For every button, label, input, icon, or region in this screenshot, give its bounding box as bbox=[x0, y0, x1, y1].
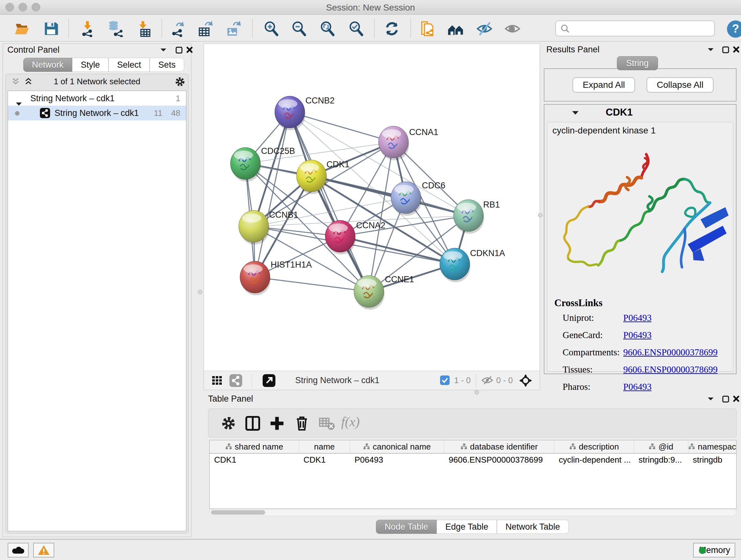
tab-sets[interactable]: Sets bbox=[150, 58, 184, 72]
delete-column-icon[interactable] bbox=[293, 415, 311, 432]
crosslink-label: Uniprot: bbox=[562, 313, 594, 323]
node-CDC6[interactable]: CDC6 bbox=[391, 181, 446, 216]
hide-unhide-button[interactable] bbox=[476, 20, 493, 37]
cloud-status-button[interactable] bbox=[8, 543, 29, 557]
table-options-gear-icon[interactable] bbox=[220, 415, 237, 432]
table-cell[interactable]: stringdb:9... bbox=[634, 454, 688, 467]
help-button[interactable]: ? bbox=[727, 20, 741, 38]
crosslink-label: GeneCard: bbox=[562, 330, 603, 340]
hidden-eye-icon[interactable] bbox=[482, 376, 493, 386]
network-share-badge-icon[interactable] bbox=[229, 374, 242, 388]
open-session-docs-button[interactable] bbox=[419, 20, 435, 37]
column-header-database-identifier[interactable]: database identifier bbox=[444, 440, 554, 453]
table-cell[interactable]: CDK1 bbox=[299, 454, 350, 467]
column-header-canonical-name[interactable]: canonical name bbox=[350, 440, 444, 453]
function-builder-button[interactable]: f(x) bbox=[341, 414, 360, 429]
close-panel-icon[interactable] bbox=[733, 395, 740, 403]
zoom-selected-button[interactable] bbox=[348, 20, 364, 37]
selected-checkbox-icon[interactable] bbox=[440, 375, 450, 386]
node-RB1[interactable]: RB1 bbox=[454, 199, 500, 234]
delete-table-icon[interactable] bbox=[318, 415, 335, 432]
export-network-button[interactable] bbox=[170, 20, 186, 37]
column-header-name[interactable]: name bbox=[299, 440, 350, 453]
tab-edge-table[interactable]: Edge Table bbox=[436, 520, 497, 534]
import-network-button[interactable] bbox=[79, 20, 96, 37]
bottom-splitter-handle[interactable] bbox=[475, 390, 479, 395]
network-row[interactable]: String Network – cdk1 11 48 bbox=[8, 106, 186, 120]
float-panel-icon[interactable] bbox=[722, 46, 730, 55]
home-button[interactable] bbox=[448, 20, 464, 37]
edge-CCNB2-HIST1H1A[interactable] bbox=[255, 112, 290, 277]
float-panel-icon[interactable] bbox=[722, 395, 730, 404]
table-panel-title: Table Panel bbox=[208, 394, 253, 404]
add-column-icon[interactable] bbox=[268, 415, 286, 432]
import-network-from-database-button[interactable] bbox=[107, 20, 123, 37]
table-cell[interactable]: cyclin-dependent ... bbox=[554, 454, 634, 467]
import-table-button[interactable] bbox=[135, 20, 152, 37]
expand-all-button[interactable]: Expand All bbox=[572, 77, 635, 92]
column-header-namespace[interactable]: namespace bbox=[688, 440, 737, 453]
toolbar-separator bbox=[68, 19, 69, 38]
protein-structure-image bbox=[550, 139, 729, 292]
table-cell[interactable]: P06493 bbox=[350, 454, 444, 467]
node-table[interactable]: shared namenamecanonical namedatabase id… bbox=[209, 440, 737, 509]
crosslink-link[interactable]: P06493 bbox=[623, 381, 652, 392]
node-HIST1H1A[interactable]: HIST1H1A bbox=[240, 260, 312, 295]
crosslink-link[interactable]: P06493 bbox=[623, 313, 652, 323]
open-session-button[interactable] bbox=[14, 20, 30, 37]
scrollbar-thumb[interactable] bbox=[211, 510, 265, 515]
protein-expander-icon[interactable] bbox=[572, 111, 579, 117]
crosslink-link[interactable]: 9606.ENSP00000378699 bbox=[623, 347, 718, 358]
memory-button[interactable]: Memory bbox=[693, 543, 735, 557]
node-CDKN1A[interactable]: CDKN1A bbox=[440, 248, 505, 282]
tab-string[interactable]: String bbox=[617, 56, 658, 70]
zoom-in-button[interactable] bbox=[263, 20, 280, 37]
table-cell[interactable]: 9606.ENSP00000378699 bbox=[444, 454, 554, 467]
save-session-button[interactable] bbox=[43, 20, 59, 37]
tab-node-table[interactable]: Node Table bbox=[376, 520, 436, 534]
right-splitter-handle[interactable] bbox=[538, 213, 542, 217]
collapse-all-button[interactable]: Collapse All bbox=[647, 77, 714, 92]
panel-menu-icon[interactable] bbox=[707, 47, 714, 53]
crosslink-link[interactable]: P06493 bbox=[623, 330, 652, 340]
tab-style[interactable]: Style bbox=[72, 58, 109, 72]
panel-menu-icon[interactable] bbox=[160, 48, 167, 53]
crosslink-link[interactable]: 9606.ENSP00000378699 bbox=[623, 364, 718, 375]
birdseye-crosshair-icon[interactable] bbox=[519, 374, 533, 389]
node-CCNB2[interactable]: CCNB2 bbox=[275, 96, 335, 130]
close-panel-icon[interactable] bbox=[733, 46, 740, 54]
refresh-button[interactable] bbox=[384, 20, 400, 37]
close-panel-icon[interactable] bbox=[186, 46, 193, 55]
left-splitter-handle[interactable] bbox=[198, 290, 202, 294]
search-input[interactable] bbox=[555, 20, 715, 37]
node-CDK1[interactable]: CDK1 bbox=[296, 160, 349, 194]
network-collection-row[interactable]: String Network – cdk1 1 bbox=[8, 91, 186, 106]
show-columns-icon[interactable] bbox=[244, 415, 261, 432]
table-horizontal-scrollbar[interactable] bbox=[209, 509, 737, 516]
float-panel-icon[interactable] bbox=[175, 46, 183, 55]
zoom-out-button[interactable] bbox=[291, 20, 307, 37]
grid-view-icon[interactable] bbox=[212, 375, 223, 388]
collection-count: 1 bbox=[176, 91, 180, 106]
show-graphics-button[interactable] bbox=[504, 20, 521, 37]
table-cell[interactable]: CDK1 bbox=[210, 454, 299, 467]
network-options-gear-icon[interactable] bbox=[174, 76, 186, 89]
network-canvas[interactable]: CCNB2CCNA1CDC25BCDK1CDC6RB1CCNB1CCNA2CDK… bbox=[204, 44, 540, 371]
column-header-description[interactable]: description bbox=[554, 440, 634, 453]
edge-CCNB2-CCNA1[interactable] bbox=[290, 112, 394, 142]
panel-menu-icon[interactable] bbox=[707, 396, 714, 402]
node-CCNA1[interactable]: CCNA1 bbox=[379, 126, 439, 160]
column-header-shared-name[interactable]: shared name bbox=[210, 440, 299, 453]
export-table-button[interactable] bbox=[197, 20, 214, 37]
open-in-window-icon[interactable] bbox=[263, 374, 275, 388]
tab-network-table[interactable]: Network Table bbox=[497, 520, 569, 534]
table-row[interactable]: CDK1CDK1P064939606.ENSP00000378699cyclin… bbox=[210, 454, 736, 467]
edge-HIST1H1A-CCNE1[interactable] bbox=[255, 277, 369, 292]
column-header--id[interactable]: @id bbox=[634, 440, 688, 453]
tab-select[interactable]: Select bbox=[109, 58, 150, 72]
export-image-button[interactable] bbox=[225, 20, 242, 37]
tab-network[interactable]: Network bbox=[23, 58, 72, 72]
table-cell[interactable]: stringdb bbox=[688, 454, 737, 467]
zoom-fit-button[interactable] bbox=[319, 20, 336, 37]
warning-status-button[interactable] bbox=[33, 543, 54, 557]
